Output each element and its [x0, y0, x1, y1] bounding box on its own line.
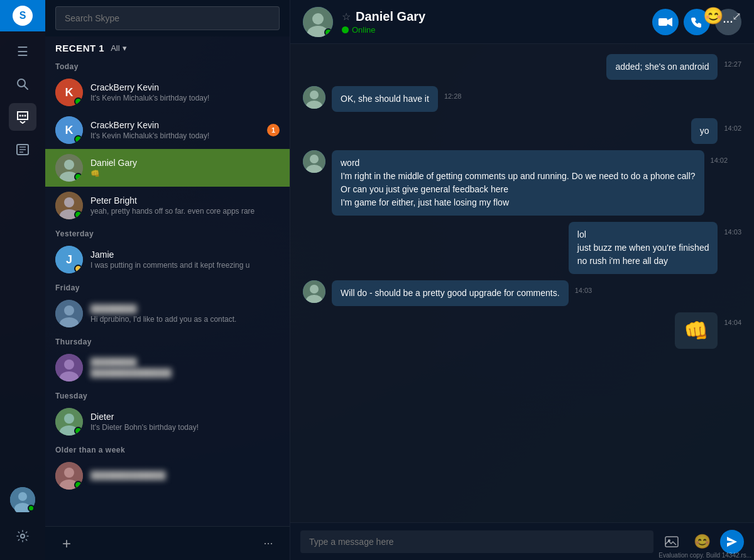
contact-preview: I was putting in comments and it kept fr… — [90, 261, 280, 270]
svg-point-4 — [22, 115, 24, 117]
message-row: loljust buzz me when you're finishedno r… — [303, 222, 741, 274]
chat-nav-icon[interactable] — [9, 103, 36, 131]
list-item[interactable]: Peter Bright yeah, pretty hands off so f… — [45, 187, 290, 224]
image-attach-button[interactable] — [660, 530, 684, 554]
contact-info: Peter Bright yeah, pretty hands off so f… — [90, 195, 280, 216]
skype-logo-icon: S — [13, 6, 33, 26]
message-row: 👊 14:04 — [303, 312, 741, 349]
status-dot — [74, 481, 82, 489]
add-contact-button[interactable]: + — [55, 532, 78, 555]
message-bubble: yo — [691, 118, 718, 144]
chat-contact-avatar — [303, 7, 333, 37]
contact-preview: 👊 — [90, 169, 280, 178]
message-row: Will do - should be a pretty good upgrad… — [303, 280, 741, 306]
contact-panel: RECENT 1 All ▾ Today K CrackBerry K — [45, 0, 290, 560]
unread-badge: 1 — [267, 124, 280, 136]
message-time: 14:03 — [724, 228, 741, 236]
contact-name: CrackBerry Kevin — [90, 82, 280, 92]
sidebar-footer — [9, 487, 36, 560]
svg-point-46 — [310, 155, 319, 163]
svg-point-33 — [64, 414, 74, 424]
list-item[interactable]: ████████ Hi dprubino, I'd like to add yo… — [45, 295, 290, 332]
contact-info: ████████ Hi dprubino, I'd like to add yo… — [90, 304, 280, 324]
svg-rect-41 — [658, 18, 667, 26]
send-message-button[interactable] — [720, 530, 744, 554]
sidebar: S ☰ — [0, 0, 45, 560]
avatar: K — [55, 116, 83, 144]
svg-text:S: S — [19, 10, 26, 21]
chat-contact-name: Daniel Gary — [356, 9, 425, 24]
sidebar-nav: ☰ — [9, 31, 36, 487]
date-group-yesterday: Yesterday — [45, 224, 290, 241]
svg-point-30 — [64, 360, 74, 370]
message-bubble: added; she's on android — [606, 54, 718, 80]
avatar — [55, 192, 83, 219]
settings-icon[interactable] — [9, 522, 36, 550]
svg-text:J: J — [66, 253, 72, 266]
avatar: K — [55, 79, 83, 106]
list-item[interactable]: J Jamie I was putting in comments and it… — [45, 241, 290, 278]
list-item[interactable]: █████████████ — [45, 457, 290, 495]
emoji-button[interactable]: 😊 — [690, 530, 714, 554]
status-dot — [74, 173, 82, 181]
video-call-button[interactable] — [652, 9, 679, 35]
message-row: OK, she should have it 12:28 — [303, 86, 741, 112]
contact-info: Dieter It's Dieter Bohn's birthday today… — [90, 412, 280, 432]
message-bubble: wordI'm right in the middle of getting c… — [332, 150, 704, 216]
chat-status-dot — [324, 28, 332, 36]
message-time: 12:27 — [724, 60, 741, 68]
list-item[interactable]: Dieter It's Dieter Bohn's birthday today… — [45, 403, 290, 441]
svg-point-49 — [310, 285, 319, 294]
contact-panel-header — [45, 0, 290, 36]
svg-point-3 — [19, 115, 21, 117]
contact-preview: Hi dprubino, I'd like to add you as a co… — [90, 315, 280, 324]
list-item[interactable]: Daniel Gary 👊 — [45, 149, 290, 187]
contacts-nav-icon[interactable] — [9, 136, 36, 163]
message-input[interactable] — [300, 530, 653, 553]
search-nav-icon[interactable] — [9, 70, 36, 98]
contact-name-blurred: ████████ — [90, 358, 280, 367]
list-item[interactable]: ████████ ██████████████ — [45, 349, 290, 387]
star-icon[interactable]: ☆ — [342, 11, 351, 23]
messages-area: added; she's on android 12:27 OK, she sh… — [290, 44, 754, 522]
status-dot — [74, 427, 82, 435]
message-bubble: 👊 — [675, 312, 718, 349]
svg-line-2 — [25, 86, 28, 90]
chat-area: ☆ Daniel Gary Online — [290, 0, 754, 560]
recent-filter-dropdown[interactable]: All ▾ — [111, 43, 126, 53]
message-row: added; she's on android 12:27 — [303, 54, 741, 80]
emoji-icon[interactable]: 😊 — [703, 6, 723, 26]
search-input[interactable] — [55, 6, 280, 30]
contact-info: █████████████ — [90, 471, 280, 481]
svg-point-5 — [25, 115, 26, 117]
message-time: 14:03 — [575, 287, 593, 294]
svg-point-19 — [64, 160, 74, 170]
chevron-down-icon: ▾ — [123, 43, 127, 53]
user-avatar[interactable] — [10, 487, 35, 512]
contact-preview: It's Kevin Michaluk's birthday today! — [90, 94, 280, 102]
more-options-button[interactable]: ··· — [257, 532, 280, 555]
message-time: 12:28 — [444, 92, 462, 100]
contact-info: CrackBerry Kevin It's Kevin Michaluk's b… — [90, 120, 260, 140]
svg-text:K: K — [65, 124, 74, 136]
contact-preview: yeah, pretty hands off so far. even core… — [90, 207, 280, 216]
sidebar-header: S — [0, 0, 45, 31]
contact-name: CrackBerry Kevin — [90, 120, 260, 130]
contact-list: Today K CrackBerry Kevin It's Kevin Mich… — [45, 57, 290, 526]
contact-preview-blurred: ██████████████ — [90, 368, 280, 378]
list-item[interactable]: K CrackBerry Kevin It's Kevin Michaluk's… — [45, 111, 290, 149]
message-time: 14:02 — [724, 124, 741, 132]
svg-point-22 — [64, 197, 74, 207]
menu-icon[interactable]: ☰ — [9, 38, 36, 65]
svg-text:K: K — [65, 86, 74, 99]
sender-avatar — [303, 280, 325, 303]
message-row: wordI'm right in the middle of getting c… — [303, 150, 741, 216]
svg-point-11 — [18, 492, 27, 501]
expand-icon[interactable]: ⤢ — [732, 9, 741, 23]
recent-header: RECENT 1 All ▾ — [45, 36, 290, 57]
message-row: yo 14:02 — [303, 118, 741, 144]
avatar — [55, 354, 83, 382]
list-item[interactable]: K CrackBerry Kevin It's Kevin Michaluk's… — [45, 74, 290, 111]
status-dot — [74, 211, 82, 219]
chat-status: Online — [342, 25, 643, 35]
